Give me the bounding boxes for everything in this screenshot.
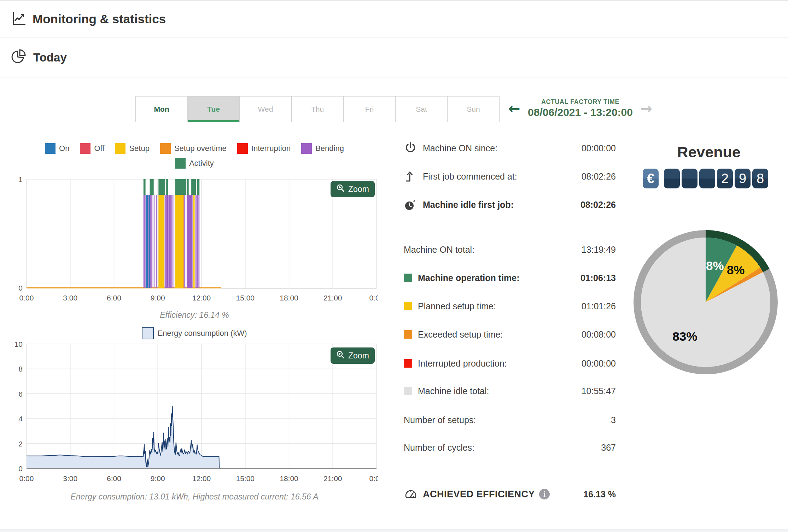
stat-row-number-of-cycles: Number of cycles: 367 — [404, 438, 616, 457]
magnifier-plus-icon — [336, 350, 345, 361]
stat-label: Machine idle total: — [418, 386, 489, 396]
stat-value: 01:06:13 — [580, 273, 616, 283]
svg-text:0:00: 0:00 — [369, 294, 378, 302]
legend-item-energy[interactable]: Energy consumption (kW) — [142, 327, 247, 339]
legend-label: Setup — [129, 144, 150, 153]
legend-item-bending[interactable]: Bending — [301, 143, 344, 154]
svg-text:0: 0 — [18, 464, 23, 473]
svg-text:0:00: 0:00 — [19, 474, 34, 483]
setup-swatch — [115, 143, 126, 154]
svg-text:18:00: 18:00 — [280, 294, 298, 302]
stat-value: 00:00:00 — [582, 358, 616, 369]
tab-tue[interactable]: Tue — [187, 96, 240, 122]
idle-total-swatch — [404, 387, 412, 395]
legend-label: Bending — [315, 144, 344, 153]
svg-text:8%: 8% — [706, 259, 724, 273]
stat-label: First job commenced at: — [423, 171, 517, 182]
status-legend-row-1: On Off Setup Setup overtime Interruption… — [11, 143, 378, 154]
svg-text:0: 0 — [18, 284, 23, 292]
status-legend-row-2: Activity — [11, 158, 378, 169]
stat-label: ACHIEVED EFFICIENCY — [423, 489, 535, 500]
stat-value: 01:01:26 — [582, 301, 616, 311]
svg-text:9:00: 9:00 — [151, 294, 165, 302]
legend-item-on[interactable]: On — [45, 143, 69, 154]
stat-value: 16.13 % — [583, 489, 616, 499]
stat-label: Machine ON since: — [423, 143, 497, 153]
legend-item-interruption[interactable]: Interruption — [237, 143, 291, 154]
svg-text:3:00: 3:00 — [63, 474, 77, 483]
svg-text:12:00: 12:00 — [192, 474, 211, 483]
stat-value: 3 — [611, 415, 616, 425]
setup-overtime-swatch — [160, 143, 171, 154]
svg-text:83%: 83% — [672, 329, 697, 343]
tab-thu[interactable]: Thu — [291, 96, 344, 122]
energy-consumption-chart: 02468100:003:006:009:0012:0015:0018:0021… — [11, 341, 378, 490]
tab-wed[interactable]: Wed — [239, 96, 292, 122]
legend-item-activity[interactable]: Activity — [175, 158, 214, 169]
stat-row-number-of-setups: Number of setups: 3 — [404, 411, 616, 429]
app-header: Monitoring & statistics — [0, 0, 788, 37]
zoom-button-energy-chart[interactable]: Zoom — [331, 347, 375, 364]
planned-setup-swatch — [404, 302, 412, 310]
stat-value: 08:02:26 — [580, 200, 616, 210]
status-legend: On Off Setup Setup overtime Interruption… — [11, 143, 378, 169]
power-icon — [404, 141, 418, 155]
stat-row-machine-idle-total: Machine idle total: 10:55:47 — [404, 382, 616, 400]
info-icon[interactable]: i — [539, 489, 550, 499]
svg-text:4: 4 — [18, 415, 23, 423]
stat-row-exceeded-setup-time: Exceeded setup time: 00:08:00 — [404, 325, 616, 344]
stat-label: Machine operation time: — [418, 273, 520, 283]
tab-sun[interactable]: Sun — [447, 96, 500, 122]
svg-text:6:00: 6:00 — [107, 474, 121, 483]
currency-euro-tile: € — [643, 169, 659, 188]
stat-label: Machine idle first job: — [423, 200, 514, 210]
machine-status-chart: 0:003:006:009:0012:0015:0018:0021:000:00… — [11, 177, 378, 308]
stat-value: 00:00:00 — [582, 143, 616, 153]
legend-item-setup[interactable]: Setup — [115, 143, 150, 154]
zoom-button-status-chart[interactable]: Zoom — [331, 181, 375, 197]
section-divider — [0, 530, 788, 532]
tab-fri[interactable]: Fri — [343, 96, 396, 122]
revenue-digit-tile — [699, 169, 715, 188]
zoom-button-label: Zoom — [348, 185, 369, 194]
tab-mon[interactable]: Mon — [135, 96, 188, 122]
legend-label: Energy consumption (kW) — [157, 329, 247, 338]
interruption-swatch — [237, 143, 248, 154]
svg-text:9:00: 9:00 — [151, 474, 165, 483]
svg-text:15:00: 15:00 — [236, 474, 255, 483]
stat-row-achieved-efficiency: ACHIEVED EFFICIENCY i 16.13 % — [404, 485, 616, 503]
on-swatch — [45, 143, 56, 154]
idle-clock-icon: z z — [404, 198, 418, 211]
stat-row-machine-idle-first-job: z z Machine idle first job: 08:02:26 — [404, 195, 616, 214]
next-day-arrow-icon[interactable]: → — [641, 101, 653, 116]
magnifier-plus-icon — [336, 184, 345, 194]
efficiency-caption: Efficiency: 16.14 % — [11, 310, 378, 320]
svg-text:21:00: 21:00 — [323, 294, 342, 302]
legend-label: Activity — [189, 159, 214, 168]
prev-day-arrow-icon[interactable]: ← — [508, 101, 520, 116]
revenue-title: Revenue — [633, 144, 785, 161]
revenue-digit-tile — [682, 169, 697, 188]
stat-row-planned-setup-time: Planned setup time: 01:01:26 — [404, 297, 616, 315]
energy-caption: Energy consumption: 13.01 kWh, Highest m… — [11, 492, 378, 502]
stat-row-machine-on-since: Machine ON since: 00:00:00 — [404, 139, 616, 157]
tab-sat[interactable]: Sat — [395, 96, 448, 122]
stat-value: 08:02:26 — [582, 171, 616, 182]
legend-item-setup-overtime[interactable]: Setup overtime — [160, 143, 227, 154]
svg-text:8: 8 — [18, 365, 23, 373]
stat-label: Planned setup time: — [418, 301, 496, 311]
svg-text:15:00: 15:00 — [236, 294, 255, 302]
zoom-button-label: Zoom — [348, 351, 369, 361]
energy-legend: Energy consumption (kW) — [11, 327, 378, 339]
stat-row-machine-on-total: Machine ON total: 13:19:49 — [404, 240, 616, 259]
legend-item-off[interactable]: Off — [80, 143, 104, 154]
factory-time-block: ACTUAL FACTORY TIME 08/06/2021 - 13:20:0… — [527, 98, 634, 118]
stat-label: Interrupted production: — [418, 358, 507, 369]
first-job-arrow-icon — [404, 170, 418, 183]
factory-time: ← ACTUAL FACTORY TIME 08/06/2021 - 13:20… — [508, 98, 652, 118]
stat-label: Exceeded setup time: — [418, 329, 503, 340]
interrupted-swatch — [404, 359, 412, 368]
svg-text:10: 10 — [14, 341, 23, 348]
section-header: Today — [0, 38, 788, 77]
svg-text:6: 6 — [18, 390, 23, 398]
